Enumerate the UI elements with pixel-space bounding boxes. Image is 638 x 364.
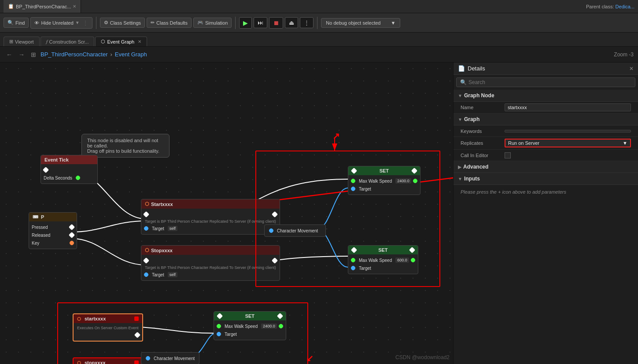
resume-button[interactable]: ⏭ — [254, 17, 267, 28]
debug-label: No debug object selected — [326, 20, 380, 26]
target-pin-top[interactable] — [351, 187, 355, 191]
class-settings-button[interactable]: ⚙ Class Settings — [100, 18, 145, 28]
inputs-arrow: ▼ — [458, 176, 462, 181]
set-b1-in[interactable] — [217, 313, 223, 319]
released-pin[interactable] — [69, 232, 75, 238]
set-top-in[interactable] — [351, 168, 357, 174]
search-input[interactable] — [468, 79, 631, 85]
stop-button[interactable]: ⏹ — [269, 17, 283, 29]
pressed-pin[interactable] — [69, 224, 75, 230]
walk-speed-pin-bot[interactable] — [351, 258, 355, 262]
key-pin[interactable] — [70, 241, 74, 245]
forward-button[interactable]: → — [17, 50, 26, 59]
keyboard-header: ⌨ P — [29, 213, 77, 221]
target-in-pin[interactable] — [144, 226, 148, 231]
find-button[interactable]: 🔍 Find — [4, 18, 29, 28]
set-top-green-out[interactable] — [413, 179, 417, 183]
set-top-out[interactable] — [411, 168, 417, 174]
set-b1-out[interactable] — [277, 313, 283, 319]
set-node-top[interactable]: SET Max Walk Speed 2400.0 Target — [348, 166, 420, 195]
char-mov-pin-b[interactable] — [146, 356, 150, 360]
stopxxxx-rpc-node[interactable]: ⬡ Stopxxxx Target is BP Third Person Cha… — [141, 245, 280, 281]
canvas[interactable]: This node is disabled and will not be ca… — [0, 63, 453, 364]
replicates-dropdown[interactable]: Run on Server ▼ — [505, 139, 631, 147]
tab-close-button[interactable]: ✕ — [138, 39, 141, 44]
rpc-exec-in[interactable] — [143, 211, 149, 217]
keywords-prop-row: Keywords — [454, 125, 638, 137]
set-bot-green-out[interactable] — [411, 258, 415, 262]
tab-event-graph[interactable]: ⬡ Event Graph ✕ — [95, 37, 147, 46]
breadcrumb-class[interactable]: BP_ThirdPersonCharacter — [41, 51, 107, 58]
annotation-2: ↙ — [306, 353, 313, 364]
set-bot-in[interactable] — [351, 247, 357, 253]
stopxxxx-custom-node[interactable]: ⬡ stopxxxx Executes On Server Custom Eve… — [73, 357, 143, 364]
play-button[interactable]: ▶ — [239, 17, 252, 29]
home-button[interactable]: ⊞ — [29, 50, 38, 59]
startxxxx-out-pin[interactable] — [134, 332, 140, 338]
tabs-row: ⊞ Viewport 𝑓 Construction Scr... ⬡ Event… — [0, 33, 638, 47]
class-defaults-button[interactable]: ✏ Class Defaults — [147, 18, 192, 28]
graph-section[interactable]: ▼ Graph — [454, 114, 638, 125]
b1-speed-pin[interactable] — [217, 324, 221, 328]
tab-construction[interactable]: 𝑓 Construction Scr... — [41, 37, 95, 46]
replicates-prop-row: Replicates Run on Server ▼ — [454, 137, 638, 150]
set-b1-label: SET — [224, 313, 276, 319]
keyboard-p-node[interactable]: ⌨ P Pressed Released Key — [29, 212, 77, 249]
self-badge: self — [168, 226, 177, 231]
main-area: This node is disabled and will not be ca… — [0, 63, 638, 364]
rpc-exec-out[interactable] — [272, 211, 278, 217]
event-tick-header: Event Tick — [41, 155, 97, 164]
tab-close-icon[interactable]: ✕ — [73, 4, 76, 9]
simulation-button[interactable]: 🎮 Simulation — [193, 18, 232, 28]
find-icon: 🔍 — [7, 20, 14, 26]
name-label: Name — [461, 105, 505, 110]
char-mov-bottom[interactable]: Character Movement — [141, 352, 199, 364]
startxxxx-custom-header: ⬡ startxxxx — [74, 314, 142, 323]
set-node-bottom[interactable]: SET Max Walk Speed 600.0 Target — [348, 245, 418, 274]
advanced-section[interactable]: ▶ Advanced — [454, 161, 638, 173]
topbar: 📋 BP_ThirdPersonCharac... ✕ Parent class… — [0, 0, 638, 13]
delta-pin[interactable] — [76, 176, 80, 180]
max-walk-speed-top: Max Walk Speed — [359, 179, 392, 184]
keywords-value[interactable] — [505, 130, 631, 132]
details-close-icon[interactable]: ✕ — [629, 66, 634, 72]
char-mov-label: Character Movement — [277, 228, 318, 233]
more-button[interactable]: ⋮ — [300, 17, 313, 28]
debug-select[interactable]: No debug object selected ▼ — [321, 18, 400, 28]
set-b1-header: SET — [214, 312, 286, 320]
stop-target-pin[interactable] — [144, 272, 148, 277]
graph-node-section[interactable]: ▼ Graph Node — [454, 90, 638, 102]
walk-speed-pin-top[interactable] — [351, 179, 355, 183]
call-in-editor-checkbox[interactable] — [505, 152, 511, 158]
settings-icon: ⚙ — [104, 20, 108, 26]
breadcrumb-graph[interactable]: Event Graph — [115, 51, 147, 58]
details-search[interactable]: 🔍 — [456, 77, 635, 87]
viewport-icon: ⊞ — [9, 39, 13, 44]
walk-val-2400: 2400.0 — [395, 178, 411, 184]
b1-target-pin[interactable] — [217, 332, 221, 336]
startxxxx-rpc-node[interactable]: ⬡ Startxxxx Target is BP Third Person Ch… — [141, 199, 280, 235]
target-pin-bot[interactable] — [351, 266, 355, 270]
main-tab[interactable]: 📋 BP_ThirdPersonCharac... ✕ — [4, 0, 81, 13]
tab-viewport[interactable]: ⊞ Viewport — [4, 37, 40, 46]
eject-button[interactable]: ⏏ — [285, 17, 298, 28]
stop-exec-out[interactable] — [272, 257, 278, 264]
hide-unrelated-button[interactable]: 👁 Hide Unrelated ▼ ⋮ — [30, 17, 92, 29]
event-tick-node[interactable]: Event Tick Delta Seconds — [41, 155, 98, 184]
name-value[interactable]: startxxxx — [505, 103, 631, 111]
stop-exec-in[interactable] — [143, 257, 149, 264]
back-button[interactable]: ← — [4, 50, 14, 59]
startxxxx-icon: ⬡ — [145, 201, 149, 207]
advanced-arrow: ▶ — [458, 165, 461, 169]
startxxxx-custom-node[interactable]: ⬡ startxxxx Executes On Server Custom Ev… — [73, 313, 143, 342]
stopxxxx-desc: Target is BP Third Person Character Repl… — [141, 265, 280, 271]
character-movement-node[interactable]: Character Movement — [264, 224, 326, 237]
set-bot-out[interactable] — [409, 247, 415, 253]
char-mov-pin[interactable] — [269, 228, 273, 233]
disabled-note: This node is disabled and will not be ca… — [81, 134, 170, 158]
exec-out-pin[interactable] — [43, 167, 49, 173]
target-top-label: Target — [359, 187, 371, 191]
set-bottom-1[interactable]: SET Max Walk Speed 2400.0 Target — [214, 311, 286, 340]
b1-green-out[interactable] — [279, 324, 283, 328]
inputs-section[interactable]: ▼ Inputs — [454, 173, 638, 185]
